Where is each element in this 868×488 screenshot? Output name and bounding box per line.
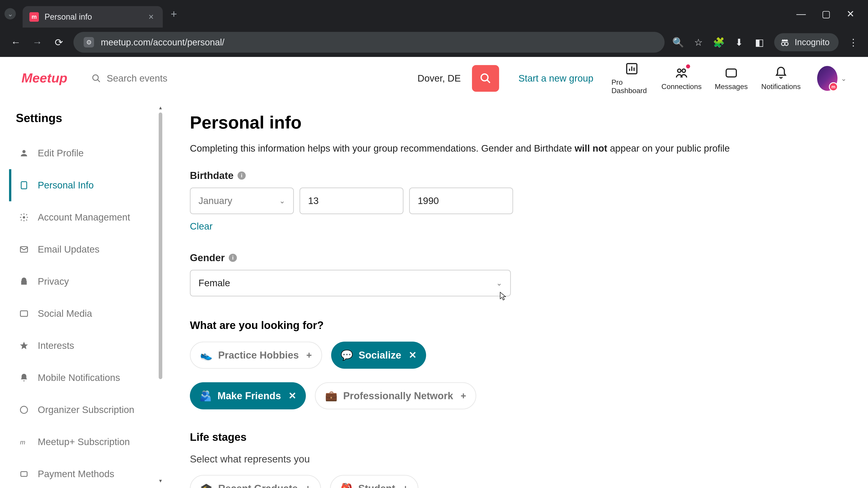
sidebar-item-account-management[interactable]: Account Management: [9, 201, 158, 233]
chip-emoji: 💬: [341, 349, 353, 361]
sidebar-item-label: Meetup+ Subscription: [38, 436, 130, 447]
sidebar-item-label: Account Management: [38, 212, 130, 223]
sidebar-item-label: Privacy: [38, 276, 69, 287]
sidebar-item-mobile-notifications[interactable]: Mobile Notifications: [9, 362, 158, 394]
maximize-icon[interactable]: ▢: [822, 8, 831, 20]
nav-connections[interactable]: Connections: [661, 66, 702, 91]
sidebar-item-interests[interactable]: Interests: [9, 330, 158, 362]
back-button[interactable]: ←: [9, 35, 23, 49]
scroll-thumb[interactable]: [159, 112, 162, 379]
nav-messages[interactable]: Messages: [711, 66, 752, 91]
svg-point-7: [682, 69, 686, 72]
site-info-icon[interactable]: ⚙: [84, 37, 94, 47]
dashboard-icon: [625, 62, 639, 75]
sidebar-icon: [19, 213, 29, 222]
birthdate-day-input[interactable]: 13: [300, 188, 403, 214]
chip-label: Student: [358, 483, 395, 488]
sidebar-icon: m: [19, 437, 29, 447]
scroll-down-icon[interactable]: ▾: [158, 478, 163, 484]
new-tab-button[interactable]: +: [170, 8, 177, 20]
sidebar-item-edit-profile[interactable]: Edit Profile: [9, 137, 158, 169]
sidebar-icon: [19, 309, 29, 318]
chevron-down-icon: ⌄: [279, 197, 285, 205]
sidebar-scrollbar[interactable]: ▴ ▾: [158, 104, 163, 484]
nav-pro-dashboard[interactable]: Pro Dashboard: [612, 62, 652, 95]
start-group-link[interactable]: Start a new group: [518, 73, 593, 84]
messages-icon: [724, 66, 738, 80]
tab-search-dropdown[interactable]: ⌄: [4, 8, 16, 20]
location-text[interactable]: Dover, DE: [417, 73, 461, 84]
close-tab-icon[interactable]: ×: [149, 12, 154, 22]
chip-label: Socialize: [359, 350, 401, 361]
add-icon: +: [305, 483, 311, 488]
gender-select[interactable]: Female ⌄: [190, 270, 511, 296]
sidebar-item-label: Personal Info: [38, 180, 94, 191]
browser-tab[interactable]: m Personal info ×: [23, 6, 163, 28]
add-icon: +: [461, 390, 466, 401]
birthdate-year-input[interactable]: 1990: [409, 188, 513, 214]
chip-label: Recent Graduate: [218, 483, 298, 488]
sidebar-icon: [19, 277, 29, 286]
incognito-label: Incognito: [795, 37, 830, 47]
sidebar-item-social-media[interactable]: Social Media: [9, 297, 158, 330]
svg-rect-10: [21, 182, 27, 189]
sidebar-icon: [19, 405, 29, 415]
chip-label: Make Friends: [217, 390, 281, 401]
life-stage-chip-student[interactable]: 🎒Student+: [330, 475, 418, 488]
side-panel-icon[interactable]: ◧: [754, 37, 765, 48]
sidebar-icon: [19, 373, 29, 383]
chevron-down-icon: ⌄: [496, 279, 502, 287]
looking-for-chip-make-friends[interactable]: 🫂Make Friends✕: [190, 382, 306, 410]
svg-text:m: m: [20, 439, 25, 446]
search-icon: [92, 74, 101, 83]
looking-for-chip-practice-hobbies[interactable]: 👟Practice Hobbies+: [190, 341, 322, 369]
clear-birthdate-link[interactable]: Clear: [190, 221, 213, 232]
sidebar-item-label: Mobile Notifications: [38, 372, 120, 383]
sidebar-item-label: Organizer Subscription: [38, 404, 134, 415]
svg-text:Meetup: Meetup: [22, 70, 67, 85]
bookmark-icon[interactable]: ☆: [693, 37, 704, 48]
nav-notifications[interactable]: Notifications: [761, 66, 801, 91]
svg-point-14: [20, 406, 28, 414]
chevron-down-icon: ⌄: [841, 74, 846, 83]
url-text: meetup.com/account/personal/: [101, 37, 224, 47]
looking-for-chip-socialize[interactable]: 💬Socialize✕: [331, 341, 426, 369]
sidebar-icon: [19, 149, 29, 158]
sidebar-item-email-updates[interactable]: Email Updates: [9, 233, 158, 265]
search-input[interactable]: Search events: [92, 73, 413, 84]
info-icon[interactable]: i: [238, 171, 246, 180]
life-stage-chip-recent-graduate[interactable]: 🎓Recent Graduate+: [190, 475, 321, 488]
tab-title: Personal info: [44, 12, 92, 22]
close-window-icon[interactable]: ✕: [846, 8, 855, 20]
remove-icon: ✕: [409, 350, 416, 361]
connections-icon: [675, 66, 688, 80]
looking-for-chip-professionally-network[interactable]: 💼Professionally Network+: [315, 382, 476, 410]
sidebar-item-payment-methods[interactable]: Payment Methods: [9, 458, 158, 488]
minimize-icon[interactable]: —: [796, 8, 806, 20]
address-bar[interactable]: ⚙ meetup.com/account/personal/: [73, 32, 664, 53]
downloads-icon[interactable]: ⬇: [734, 37, 745, 48]
sidebar-item-organizer-subscription[interactable]: Organizer Subscription: [9, 394, 158, 426]
scroll-up-icon[interactable]: ▴: [158, 104, 163, 111]
sidebar-item-privacy[interactable]: Privacy: [9, 265, 158, 297]
svg-point-9: [22, 150, 26, 153]
connections-badge: [686, 64, 690, 68]
forward-button[interactable]: →: [31, 35, 44, 49]
chip-label: Professionally Network: [343, 390, 453, 401]
profile-menu[interactable]: m ⌄: [817, 64, 846, 93]
search-button[interactable]: [472, 65, 499, 92]
meetup-logo[interactable]: Meetup: [22, 69, 83, 88]
extensions-icon[interactable]: 🧩: [713, 37, 724, 48]
zoom-icon[interactable]: 🔍: [673, 37, 684, 48]
sidebar-item-label: Payment Methods: [38, 468, 114, 480]
incognito-badge[interactable]: Incognito: [774, 33, 839, 51]
info-icon[interactable]: i: [229, 254, 237, 262]
sidebar-item-personal-info[interactable]: Personal Info: [9, 169, 158, 201]
menu-icon[interactable]: ⋮: [848, 37, 859, 48]
remove-icon: ✕: [288, 390, 296, 401]
sidebar-item-meetup-subscription[interactable]: mMeetup+ Subscription: [9, 426, 158, 458]
chip-emoji: 🫂: [199, 390, 212, 402]
reload-button[interactable]: ⟳: [52, 35, 66, 49]
svg-point-3: [93, 75, 98, 80]
birthdate-month-select[interactable]: January ⌄: [190, 188, 294, 214]
